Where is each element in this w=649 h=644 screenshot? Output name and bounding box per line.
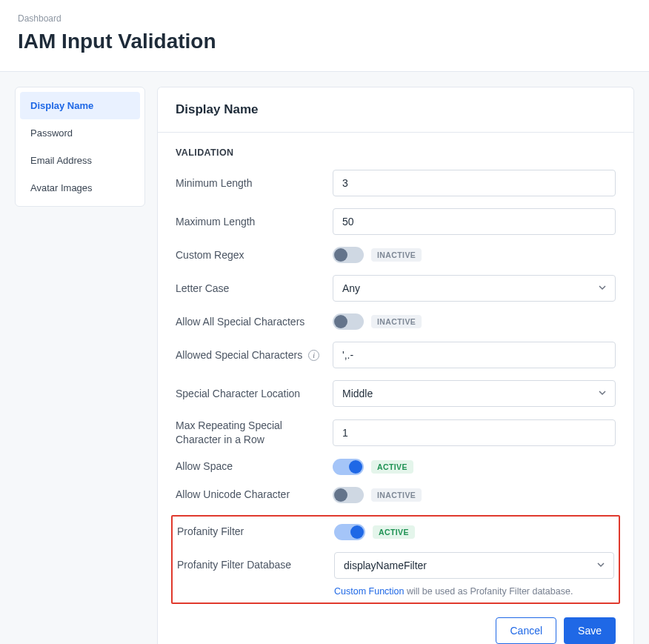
sidebar: Display Name Password Email Address Avat… [15,87,145,207]
min-length-label: Minimum Length [176,176,321,190]
allow-all-special-toggle[interactable] [333,313,364,330]
profanity-db-label: Profanity Filter Database [177,558,322,572]
info-icon[interactable]: i [308,350,319,361]
sidebar-item-display-name[interactable]: Display Name [20,92,140,119]
max-repeating-label: Max Repeating Special Character in a Row [176,419,321,447]
special-char-location-label: Special Character Location [176,387,321,401]
profanity-filter-badge: ACTIVE [373,525,415,539]
max-length-label: Maximum Length [176,215,321,229]
custom-regex-badge: INACTIVE [371,248,422,262]
panel-title: Display Name [158,87,633,133]
allow-space-toggle[interactable] [333,459,364,475]
letter-case-select[interactable] [333,275,616,302]
max-repeating-input[interactable] [333,419,616,446]
breadcrumb[interactable]: Dashboard [18,13,631,24]
allow-unicode-toggle[interactable] [333,487,364,503]
custom-regex-label: Custom Regex [176,248,321,262]
allow-all-special-label: Allow All Special Characters [176,315,321,329]
special-char-location-select[interactable] [333,380,616,407]
max-length-input[interactable] [333,208,616,235]
save-button[interactable]: Save [564,617,616,644]
custom-regex-toggle[interactable] [333,247,364,263]
min-length-input[interactable] [333,170,616,196]
allowed-special-chars-input[interactable] [333,342,616,368]
allow-unicode-label: Allow Unicode Character [176,488,321,502]
custom-function-link[interactable]: Custom Function [334,586,404,597]
profanity-hint: Custom Function will be used as Profanit… [334,586,614,597]
profanity-filter-toggle[interactable] [334,524,365,540]
allow-unicode-badge: INACTIVE [371,488,422,502]
profanity-highlight: Profanity Filter ACTIVE Profanity Filter… [171,515,620,604]
page-title: IAM Input Validation [18,30,631,53]
allowed-special-chars-label: Allowed Special Characters i [176,348,321,362]
profanity-filter-label: Profanity Filter [177,525,322,539]
section-label: VALIDATION [176,147,616,158]
sidebar-item-email-address[interactable]: Email Address [20,147,140,174]
allow-all-special-badge: INACTIVE [371,315,422,328]
profanity-db-select[interactable] [334,552,614,579]
sidebar-item-password[interactable]: Password [20,119,140,147]
allow-space-label: Allow Space [176,459,321,474]
cancel-button[interactable]: Cancel [496,617,556,644]
letter-case-label: Letter Case [176,282,321,296]
sidebar-item-avatar-images[interactable]: Avatar Images [20,174,140,202]
allow-space-badge: ACTIVE [371,460,413,474]
main-panel: Display Name VALIDATION Minimum Length M… [157,87,634,644]
